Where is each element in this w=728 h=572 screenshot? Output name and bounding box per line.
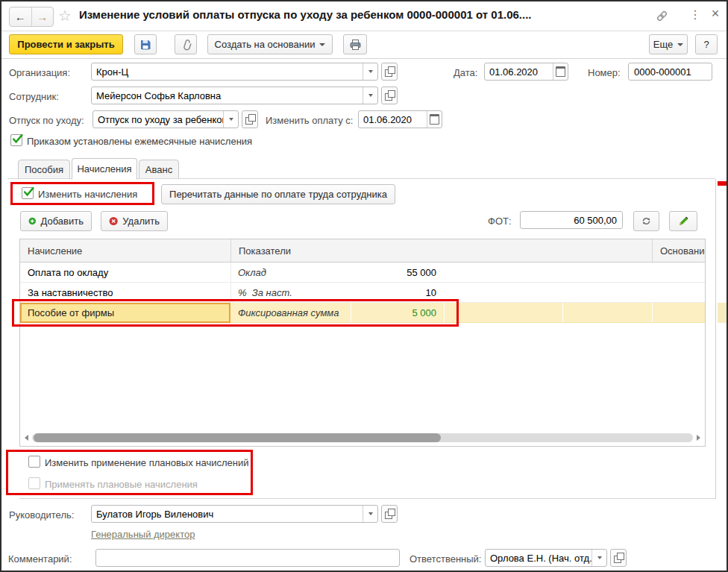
- horizontal-scrollbar[interactable]: [23, 433, 702, 443]
- plus-circle-icon: [28, 216, 37, 227]
- toolbar-separator: [1, 58, 727, 59]
- back-button[interactable]: ←: [10, 7, 32, 26]
- open-form-icon: [385, 69, 392, 77]
- cell-value[interactable]: 10: [351, 283, 436, 302]
- cell-accrual-current[interactable]: Пособие от фирмы: [20, 303, 230, 323]
- monthly-accruals-checkbox[interactable]: [10, 134, 22, 146]
- scroll-left-arrow-icon[interactable]: [25, 435, 28, 441]
- date-calendar-button[interactable]: [553, 63, 568, 80]
- paperclip-icon: [180, 39, 192, 51]
- change-accruals-checkbox[interactable]: [22, 187, 34, 199]
- change-pay-from-label: Изменить оплату с:: [266, 115, 353, 126]
- change-pay-from-value[interactable]: 01.06.2020: [359, 111, 427, 128]
- chevron-down-icon: [597, 556, 602, 559]
- date-field[interactable]: 01.06.2020: [484, 63, 568, 81]
- tab-accruals[interactable]: Начисления: [72, 158, 137, 180]
- organization-field[interactable]: Крон-Ц: [91, 63, 378, 81]
- column-header-indicators[interactable]: Показатели: [231, 239, 652, 262]
- footer-separator: [19, 498, 715, 499]
- more-button[interactable]: Еще: [649, 34, 688, 54]
- cell-value[interactable]: 55 000: [351, 263, 436, 282]
- add-row-button[interactable]: Добавить: [20, 211, 92, 231]
- manager-position-link[interactable]: Генеральный директор: [91, 529, 195, 540]
- scrollbar-thumb[interactable]: [34, 433, 441, 442]
- post-and-close-button[interactable]: Провести и закрыть: [9, 34, 123, 54]
- manager-value[interactable]: Булатов Игорь Виленович: [92, 506, 363, 522]
- organization-label: Организация:: [9, 67, 70, 78]
- chevron-down-icon: [319, 43, 325, 46]
- change-pay-from-calendar-button[interactable]: [427, 111, 442, 128]
- fot-field[interactable]: 60 500,00: [520, 211, 623, 229]
- get-link-button[interactable]: [655, 9, 668, 22]
- date-value[interactable]: 01.06.2020: [485, 63, 553, 80]
- column-header-accrual[interactable]: Начисление: [20, 239, 230, 262]
- attachments-button[interactable]: [175, 34, 197, 54]
- cell-accrual[interactable]: За наставничество: [28, 283, 223, 302]
- fot-label: ФОТ:: [488, 216, 512, 227]
- cell-separator: [444, 303, 445, 322]
- help-button[interactable]: ?: [695, 34, 718, 54]
- employee-open-button[interactable]: [381, 87, 398, 104]
- change-accruals-checkbox-label[interactable]: Изменить начисления: [38, 189, 137, 200]
- open-form-icon: [245, 117, 253, 125]
- save-button[interactable]: [134, 34, 157, 54]
- leave-dropdown-button[interactable]: [223, 111, 238, 128]
- table-row[interactable]: За наставничество % За наст. 10: [20, 283, 705, 303]
- manager-open-button[interactable]: [381, 505, 398, 523]
- employee-label: Сотрудник:: [9, 91, 59, 102]
- employee-field[interactable]: Мейерсон Софья Карловна: [91, 87, 378, 104]
- fot-refresh-button[interactable]: [633, 211, 659, 231]
- create-based-on-button[interactable]: Создать на основании: [207, 34, 333, 54]
- delete-row-button[interactable]: Удалить: [101, 211, 168, 231]
- table-row-selected[interactable]: Пособие от фирмы Фиксированная сумма 5 0…: [20, 303, 705, 323]
- favorites-star-icon[interactable]: ☆: [58, 7, 72, 25]
- cell-accrual[interactable]: Оплата по окладу: [28, 263, 223, 282]
- tab-benefits[interactable]: Пособия: [18, 160, 70, 179]
- scroll-right-arrow-icon[interactable]: [697, 435, 700, 441]
- cell-separator: [652, 303, 653, 322]
- number-field[interactable]: 0000-000001: [628, 63, 712, 81]
- manager-field[interactable]: Булатов Игорь Виленович: [91, 505, 378, 523]
- cell-indicator[interactable]: Фиксированная сумма: [238, 303, 350, 322]
- employee-dropdown-button[interactable]: [363, 87, 377, 104]
- leave-value[interactable]: Отпуск по уходу за ребенком: [93, 111, 223, 128]
- chain-link-icon: [656, 10, 668, 22]
- responsible-dropdown-button[interactable]: [592, 550, 606, 566]
- leave-field[interactable]: Отпуск по уходу за ребенком: [92, 110, 239, 128]
- organization-open-button[interactable]: [381, 63, 398, 81]
- cell-value[interactable]: 5 000: [351, 303, 436, 322]
- cell-indicator[interactable]: % За наст.: [238, 283, 350, 302]
- tab-content-right-border: [715, 179, 716, 499]
- monthly-accruals-checkbox-label[interactable]: Приказом установлены ежемесячные начисле…: [27, 136, 252, 147]
- organization-value[interactable]: Крон-Ц: [92, 63, 363, 80]
- fot-edit-button[interactable]: [669, 211, 697, 231]
- cell-indicator[interactable]: Оклад: [238, 263, 350, 282]
- reread-payroll-data-button[interactable]: Перечитать данные по оплате труда сотруд…: [161, 184, 395, 204]
- table-row[interactable]: Оплата по окладу Оклад 55 000: [20, 263, 705, 283]
- tab-advance[interactable]: Аванс: [139, 160, 179, 179]
- manager-dropdown-button[interactable]: [363, 506, 377, 522]
- window-menu-kebab-icon[interactable]: ⋮: [689, 7, 700, 22]
- number-label: Номер:: [588, 67, 621, 78]
- responsible-label: Ответственный:: [410, 553, 481, 565]
- accruals-table: Начисление Показатели Основание Оплата п…: [19, 239, 706, 447]
- responsible-value[interactable]: Орлова Е.Н. (Нач. отд. ра: [486, 550, 592, 566]
- employee-value[interactable]: Мейерсон Софья Карловна: [92, 87, 363, 104]
- change-planned-accruals-checkbox[interactable]: [28, 456, 40, 468]
- column-header-basis[interactable]: Основание: [653, 239, 705, 262]
- forward-button[interactable]: →: [32, 7, 54, 26]
- responsible-open-button[interactable]: [610, 549, 627, 567]
- comment-field[interactable]: [95, 549, 400, 567]
- comment-label: Комментарий:: [8, 553, 72, 565]
- close-window-icon[interactable]: ×: [709, 6, 722, 22]
- create-based-on-label: Создать на основании: [215, 39, 316, 50]
- print-button[interactable]: [343, 34, 367, 54]
- change-pay-from-field[interactable]: 01.06.2020: [358, 110, 442, 128]
- organization-dropdown-button[interactable]: [363, 63, 377, 80]
- open-form-icon: [385, 512, 392, 519]
- chevron-down-icon: [368, 70, 373, 73]
- responsible-field[interactable]: Орлова Е.Н. (Нач. отд. ра: [485, 549, 607, 567]
- cell-separator: [562, 303, 563, 322]
- leave-open-button[interactable]: [242, 110, 258, 128]
- change-planned-accruals-label[interactable]: Изменить применение плановых начислений: [45, 457, 248, 468]
